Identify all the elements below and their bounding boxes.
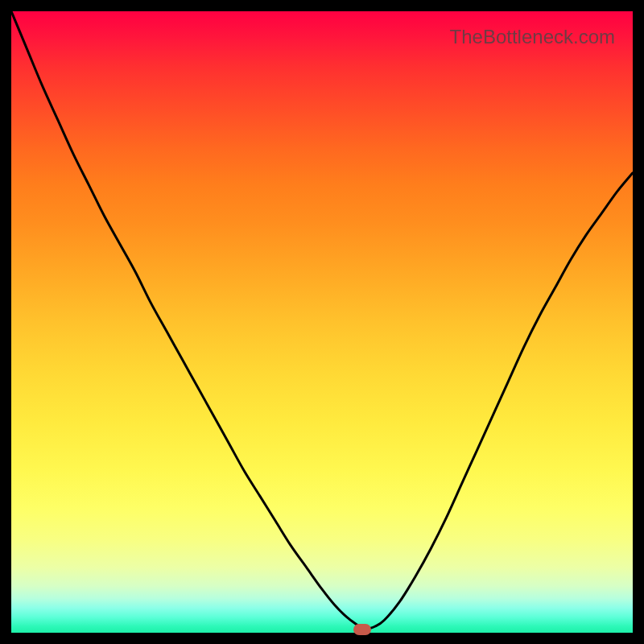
bottleneck-curve xyxy=(11,11,633,630)
chart-frame: TheBottleneck.com xyxy=(0,0,644,644)
chart-plot-area: TheBottleneck.com xyxy=(11,11,633,633)
optimum-marker xyxy=(353,624,371,635)
chart-curve-svg xyxy=(11,11,633,633)
watermark-text: TheBottleneck.com xyxy=(450,26,615,48)
